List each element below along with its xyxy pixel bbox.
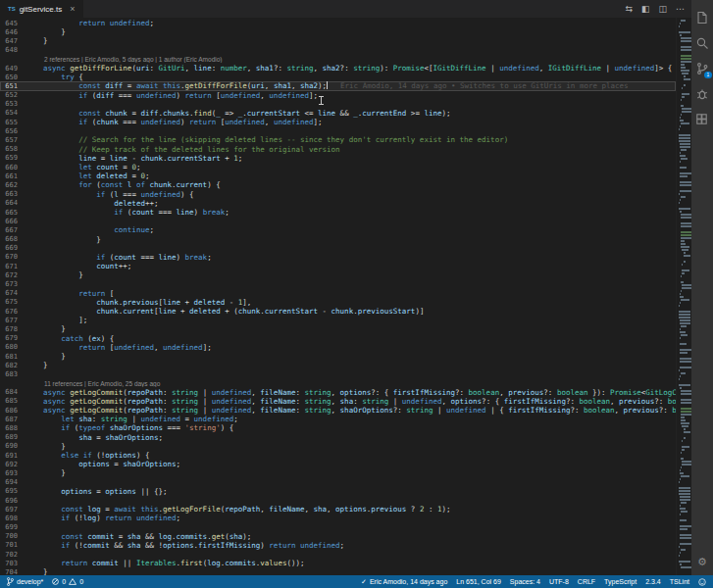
- code-line[interactable]: 668 }: [0, 235, 676, 244]
- code-line[interactable]: 680 return [undefined, undefined];: [0, 343, 676, 352]
- code-line[interactable]: 671 count++;: [0, 262, 676, 270]
- code-line[interactable]: 694: [0, 478, 676, 487]
- code-text[interactable]: if (!log) return undefined;: [25, 514, 676, 522]
- line-number[interactable]: 700: [0, 532, 25, 540]
- line-number[interactable]: 690: [0, 442, 25, 450]
- code-line[interactable]: 672 }: [0, 270, 676, 279]
- line-number[interactable]: 668: [0, 235, 25, 243]
- codelens-text[interactable]: 11 references | Eric Amodio, 25 days ago: [25, 380, 676, 387]
- line-number[interactable]: 671: [0, 263, 25, 270]
- code-line[interactable]: 695 options = options || {};: [0, 487, 676, 496]
- line-number[interactable]: 653: [0, 100, 25, 108]
- line-number[interactable]: 676: [0, 308, 25, 316]
- code-line[interactable]: 700 const commit = sha && log.commits.ge…: [0, 532, 676, 541]
- line-number[interactable]: 664: [0, 199, 25, 207]
- codelens-row[interactable]: 2 references | Eric Amodio, 5 days ago |…: [0, 55, 676, 64]
- code-text[interactable]: const commit = sha && log.commits.get(sh…: [25, 532, 676, 541]
- line-number[interactable]: 677: [0, 317, 25, 324]
- code-line[interactable]: 698 if (!log) return undefined;: [0, 514, 676, 522]
- line-number[interactable]: 655: [0, 119, 25, 126]
- code-text[interactable]: line = line - chunk.currentStart + 1;: [25, 154, 676, 163]
- code-text[interactable]: if (chunk === undefined) return [undefin…: [25, 118, 676, 126]
- code-line[interactable]: 689 sha = shaOrOptions;: [0, 433, 676, 442]
- code-text[interactable]: async getLogCommit(repoPath: string | un…: [25, 397, 676, 406]
- line-number[interactable]: 679: [0, 334, 25, 342]
- code-line[interactable]: 675 chunk.previous[line + deleted - 1],: [0, 298, 676, 307]
- code-line[interactable]: 665 if (count === line) break;: [0, 208, 676, 217]
- close-tab-icon[interactable]: ×: [70, 4, 75, 14]
- line-number[interactable]: 702: [0, 551, 25, 559]
- line-number[interactable]: 703: [0, 560, 25, 567]
- code-line[interactable]: 702: [0, 550, 676, 559]
- code-line[interactable]: 647 }: [0, 36, 676, 45]
- code-text[interactable]: if (count === line) break;: [25, 253, 676, 262]
- line-number[interactable]: 673: [0, 280, 25, 288]
- code-line[interactable]: 677 ];: [0, 316, 676, 324]
- code-text[interactable]: continue;: [25, 225, 676, 234]
- code-text[interactable]: else if (!options) {: [25, 451, 676, 460]
- line-number[interactable]: 645: [0, 20, 25, 27]
- code-text[interactable]: try {: [25, 73, 676, 81]
- code-text[interactable]: return [undefined, undefined];: [25, 343, 676, 352]
- code-line[interactable]: 646 }: [0, 27, 676, 36]
- code-text[interactable]: }: [25, 270, 676, 279]
- code-line[interactable]: 669: [0, 244, 676, 253]
- code-line[interactable]: 693 }: [0, 468, 676, 477]
- code-line[interactable]: 696: [0, 496, 676, 505]
- code-line[interactable]: 649 async getDiffForLine(uri: GitUri, li…: [0, 64, 676, 73]
- code-text[interactable]: }: [25, 442, 676, 451]
- code-line[interactable]: 676 chunk.current[line + deleted + (chun…: [0, 307, 676, 316]
- line-number[interactable]: 688: [0, 424, 25, 432]
- gitlens-blame-status[interactable]: ✓ Eric Amodio, 14 days ago: [361, 578, 447, 586]
- line-number[interactable]: 659: [0, 154, 25, 162]
- code-text[interactable]: if (count === line) break;: [25, 208, 676, 217]
- problems-indicator[interactable]: 0 0: [52, 578, 83, 585]
- line-number[interactable]: 693: [0, 469, 25, 477]
- line-number[interactable]: 656: [0, 127, 25, 135]
- code-text[interactable]: let sha: string | undefined = undefined;: [25, 415, 676, 423]
- tab-gitservice-ts[interactable]: TS gitService.ts ×: [0, 0, 84, 18]
- code-text[interactable]: for (const l of chunk.current) {: [25, 180, 676, 189]
- more-actions-icon[interactable]: ⋯: [676, 4, 685, 14]
- code-line[interactable]: 662 for (const l of chunk.current) {: [0, 180, 676, 189]
- tslint-status[interactable]: TSLint: [670, 578, 689, 585]
- code-text[interactable]: const chunk = diff.chunks.find(_ => _.cu…: [25, 109, 676, 118]
- search-icon[interactable]: [691, 30, 713, 56]
- code-text[interactable]: async getDiffForLine(uri: GitUri, line: …: [25, 64, 676, 73]
- line-number[interactable]: 652: [0, 91, 25, 99]
- line-number[interactable]: 685: [0, 397, 25, 405]
- debug-icon[interactable]: [691, 81, 713, 107]
- line-number[interactable]: 682: [0, 362, 25, 369]
- code-line[interactable]: 648: [0, 46, 676, 55]
- line-number[interactable]: 665: [0, 209, 25, 217]
- line-number[interactable]: 650: [0, 74, 25, 81]
- line-number[interactable]: 648: [0, 46, 25, 54]
- open-changes-icon[interactable]: ⇆: [625, 4, 633, 14]
- line-number[interactable]: 663: [0, 190, 25, 198]
- code-text[interactable]: chunk.current[line + deleted + (chunk.cu…: [25, 307, 676, 316]
- line-number[interactable]: 674: [0, 289, 25, 297]
- code-line[interactable]: 683: [0, 369, 676, 378]
- code-line[interactable]: 666: [0, 217, 676, 225]
- line-number[interactable]: 687: [0, 416, 25, 423]
- code-line[interactable]: 673: [0, 279, 676, 288]
- line-number[interactable]: 646: [0, 28, 25, 36]
- eol-status[interactable]: CRLF: [578, 578, 595, 585]
- code-line[interactable]: 684 async getLogCommit(repoPath: string …: [0, 388, 676, 397]
- line-number[interactable]: 689: [0, 433, 25, 441]
- code-line[interactable]: 679 catch (ex) {: [0, 334, 676, 343]
- code-text[interactable]: }: [25, 468, 676, 477]
- code-text[interactable]: // Search for the line (skipping deleted…: [25, 135, 676, 144]
- line-number[interactable]: 660: [0, 164, 25, 172]
- code-text[interactable]: if (typeof shaOrOptions === 'string') {: [25, 423, 676, 432]
- code-line[interactable]: 658 // Keep track of the deleted lines f…: [0, 145, 676, 154]
- code-line[interactable]: 701 if (!commit && sha && !options.first…: [0, 541, 676, 550]
- code-text[interactable]: let deleted = 0;: [25, 172, 676, 180]
- line-number[interactable]: 667: [0, 226, 25, 234]
- typescript-version[interactable]: 2.3.4: [645, 578, 661, 585]
- code-text[interactable]: ];: [25, 316, 676, 324]
- code-text[interactable]: }: [25, 567, 676, 575]
- line-number[interactable]: 683: [0, 370, 25, 378]
- code-line[interactable]: 660 let count = 0;: [0, 163, 676, 172]
- line-number[interactable]: 691: [0, 452, 25, 460]
